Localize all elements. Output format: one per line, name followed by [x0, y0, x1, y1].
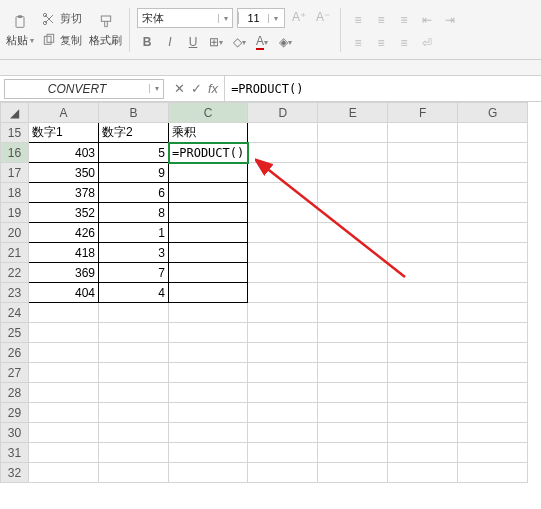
row-header[interactable]: 26 [1, 343, 29, 363]
align-left-button[interactable]: ≡ [348, 34, 368, 52]
cell[interactable]: 403 [29, 143, 99, 163]
row-header[interactable]: 17 [1, 163, 29, 183]
cell[interactable]: 404 [29, 283, 99, 303]
row-header[interactable]: 19 [1, 203, 29, 223]
cell[interactable] [318, 163, 388, 183]
cell[interactable] [388, 403, 458, 423]
select-all-corner[interactable]: ◢ [1, 103, 29, 123]
cell[interactable] [388, 283, 458, 303]
cell[interactable] [388, 163, 458, 183]
cell[interactable] [458, 363, 528, 383]
cell[interactable] [248, 323, 318, 343]
border-button[interactable]: ⊞▾ [206, 33, 226, 51]
cell[interactable] [458, 283, 528, 303]
cell[interactable] [169, 263, 248, 283]
cell[interactable] [248, 183, 318, 203]
font-color-button[interactable]: A▾ [252, 33, 272, 51]
cell[interactable] [458, 263, 528, 283]
cell[interactable] [458, 463, 528, 483]
cell[interactable] [169, 323, 248, 343]
align-middle-button[interactable]: ≡ [371, 11, 391, 29]
cell[interactable] [99, 343, 169, 363]
cell[interactable] [29, 423, 99, 443]
cell[interactable] [458, 123, 528, 143]
cell[interactable] [318, 223, 388, 243]
row-header[interactable]: 15 [1, 123, 29, 143]
col-header-b[interactable]: B [99, 103, 169, 123]
cell[interactable] [458, 303, 528, 323]
cell[interactable] [458, 443, 528, 463]
row-header[interactable]: 18 [1, 183, 29, 203]
cell[interactable] [388, 383, 458, 403]
cell[interactable]: 5 [99, 143, 169, 163]
cell[interactable]: 350 [29, 163, 99, 183]
cell[interactable] [99, 443, 169, 463]
cell[interactable] [318, 303, 388, 323]
col-header-f[interactable]: F [388, 103, 458, 123]
cell[interactable] [248, 263, 318, 283]
align-top-button[interactable]: ≡ [348, 11, 368, 29]
active-cell[interactable]: =PRODUCT() [169, 143, 248, 163]
cell[interactable] [318, 463, 388, 483]
cell[interactable] [248, 423, 318, 443]
decrease-font-button[interactable]: A⁻ [313, 8, 333, 26]
cell[interactable] [458, 223, 528, 243]
cell[interactable] [248, 123, 318, 143]
cell[interactable]: 乘积 [169, 123, 248, 143]
spreadsheet-grid[interactable]: ◢ A B C D E F G 15 数字1 数字2 乘积 16 403 5 =… [0, 102, 541, 483]
cell[interactable]: 369 [29, 263, 99, 283]
cell[interactable] [318, 243, 388, 263]
underline-button[interactable]: U [183, 33, 203, 51]
cell[interactable] [388, 323, 458, 343]
cell[interactable]: 8 [99, 203, 169, 223]
align-center-button[interactable]: ≡ [371, 34, 391, 52]
font-name-select[interactable]: 宋体 ▾ [137, 8, 233, 28]
cell[interactable] [458, 143, 528, 163]
row-header[interactable]: 21 [1, 243, 29, 263]
cell[interactable] [248, 383, 318, 403]
cell[interactable] [388, 443, 458, 463]
cell[interactable] [318, 263, 388, 283]
cell[interactable] [458, 423, 528, 443]
cell[interactable] [169, 283, 248, 303]
cell[interactable] [248, 303, 318, 323]
cell[interactable] [318, 343, 388, 363]
cell[interactable] [388, 423, 458, 443]
cell[interactable] [388, 263, 458, 283]
cell[interactable] [29, 363, 99, 383]
align-right-button[interactable]: ≡ [394, 34, 414, 52]
cell[interactable]: 1 [99, 223, 169, 243]
cancel-formula-button[interactable]: ✕ [174, 81, 185, 96]
cell[interactable] [248, 243, 318, 263]
wrap-text-button[interactable]: ⏎ [417, 34, 437, 52]
cell[interactable] [29, 403, 99, 423]
cell[interactable] [318, 143, 388, 163]
cell[interactable] [388, 203, 458, 223]
cell[interactable] [458, 343, 528, 363]
row-header[interactable]: 24 [1, 303, 29, 323]
row-header[interactable]: 31 [1, 443, 29, 463]
cell[interactable] [248, 403, 318, 423]
cell[interactable] [99, 363, 169, 383]
cell[interactable] [458, 243, 528, 263]
col-header-e[interactable]: E [318, 103, 388, 123]
formula-input[interactable]: =PRODUCT() [224, 76, 541, 101]
row-header[interactable]: 23 [1, 283, 29, 303]
cell[interactable]: 数字1 [29, 123, 99, 143]
col-header-g[interactable]: G [458, 103, 528, 123]
cell[interactable] [29, 443, 99, 463]
cell[interactable]: 4 [99, 283, 169, 303]
cell[interactable] [169, 203, 248, 223]
cell[interactable] [169, 243, 248, 263]
cell[interactable] [29, 383, 99, 403]
col-header-c[interactable]: C [169, 103, 248, 123]
italic-button[interactable]: I [160, 33, 180, 51]
cell[interactable] [99, 303, 169, 323]
cell[interactable] [169, 443, 248, 463]
cell[interactable] [388, 463, 458, 483]
cell[interactable] [388, 343, 458, 363]
cell[interactable] [318, 283, 388, 303]
row-header[interactable]: 22 [1, 263, 29, 283]
row-header[interactable]: 30 [1, 423, 29, 443]
indent-left-button[interactable]: ⇤ [417, 11, 437, 29]
